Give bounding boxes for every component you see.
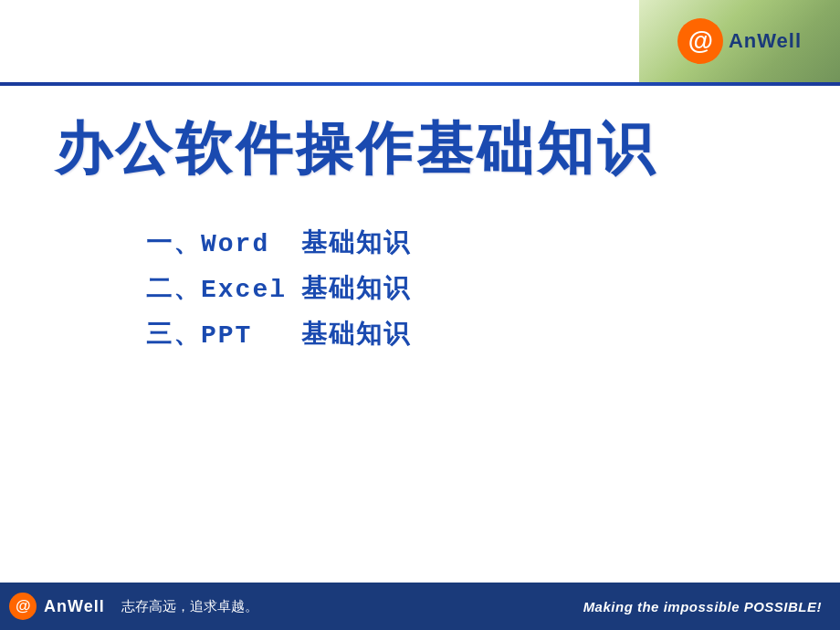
main-title: 办公软件操作基础知识 — [55, 118, 657, 180]
footer-at-icon: @ — [9, 593, 37, 620]
menu-number-2: 二、 — [146, 271, 201, 306]
menu-app-2: Excel — [201, 276, 301, 304]
at-icon: @ — [677, 18, 723, 64]
menu-number-3: 三、 — [146, 317, 201, 352]
menu-suffix-1: 基础知识 — [301, 226, 411, 260]
menu-number-1: 一、 — [146, 226, 201, 260]
footer-slogan-left: 志存高远，追求卓越。 — [121, 598, 258, 615]
footer-brand-name: AnWell — [44, 597, 105, 616]
menu-app-1: Word — [201, 230, 301, 258]
menu-suffix-2: 基础知识 — [301, 271, 411, 306]
logo-content: @ AnWell — [677, 18, 802, 64]
footer-left: @ AnWell 志存高远，追求卓越。 — [9, 593, 258, 620]
footer-slogan-right: Making the impossible POSSIBLE! — [583, 599, 822, 614]
menu-suffix-3: 基础知识 — [301, 317, 411, 352]
main-content: 办公软件操作基础知识 一、 Word 基础知识 二、 Excel 基础知识 三、… — [0, 86, 840, 583]
list-item: 一、 Word 基础知识 — [146, 226, 411, 260]
menu-list: 一、 Word 基础知识 二、 Excel 基础知识 三、 PPT 基础知识 — [146, 226, 411, 352]
logo-area: @ AnWell — [639, 0, 840, 82]
slide: @ AnWell 办公软件操作基础知识 一、 Word 基础知识 二、 Exce… — [0, 0, 840, 630]
brand-name: AnWell — [729, 29, 802, 53]
list-item: 二、 Excel 基础知识 — [146, 271, 411, 306]
menu-app-3: PPT — [201, 321, 301, 350]
top-bar: @ AnWell — [0, 0, 840, 82]
list-item: 三、 PPT 基础知识 — [146, 317, 411, 352]
bottom-footer: @ AnWell 志存高远，追求卓越。 Making the impossibl… — [0, 583, 840, 630]
